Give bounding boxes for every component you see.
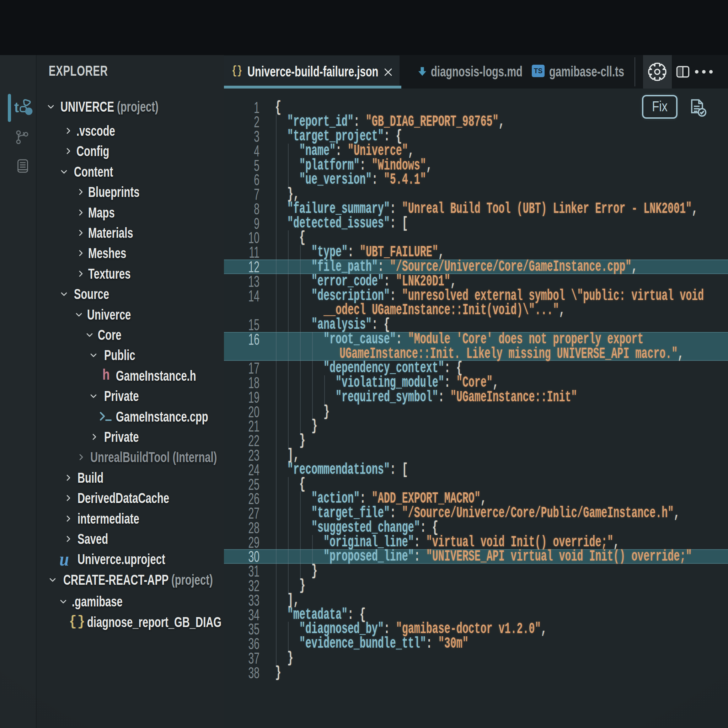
svg-text:t: t <box>14 99 19 115</box>
